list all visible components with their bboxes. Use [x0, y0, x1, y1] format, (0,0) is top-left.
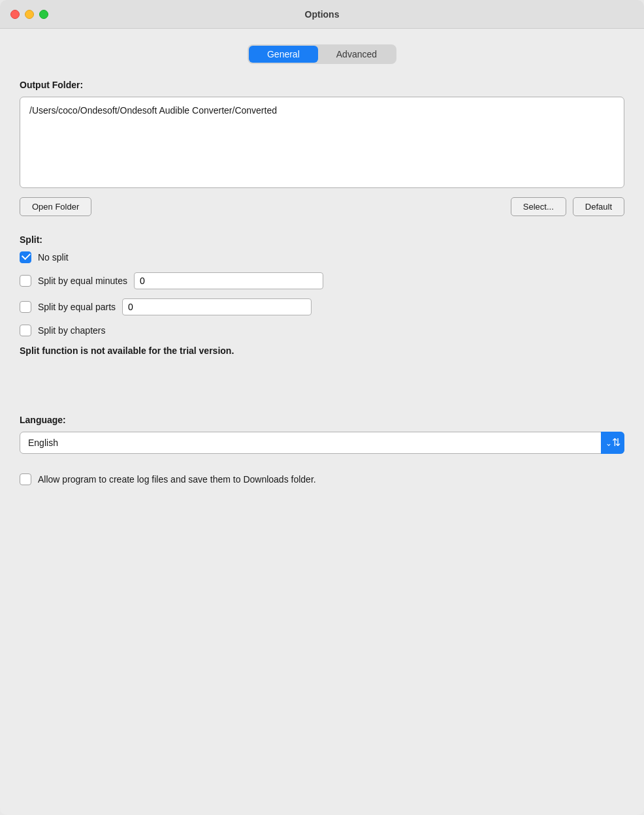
options-window: Options General Advanced Output Folder: …: [0, 0, 644, 815]
minimize-button[interactable]: [25, 10, 34, 19]
split-parts-checkbox[interactable]: [20, 301, 31, 313]
maximize-button[interactable]: [39, 10, 48, 19]
split-chapters-label: Split by chapters: [38, 325, 106, 336]
tab-bar: General Advanced: [20, 44, 624, 64]
split-minutes-label: Split by equal minutes: [38, 276, 127, 286]
language-select[interactable]: English Chinese French German Spanish Ja…: [20, 432, 624, 454]
log-files-option: Allow program to create log files and sa…: [20, 473, 624, 485]
log-files-checkbox[interactable]: [20, 473, 31, 485]
split-chapters-option: Split by chapters: [20, 325, 624, 336]
select-button[interactable]: Select...: [511, 197, 566, 216]
close-button[interactable]: [10, 10, 20, 19]
title-bar: Options: [0, 0, 644, 29]
traffic-lights: [10, 10, 48, 19]
split-minutes-option: Split by equal minutes: [20, 272, 624, 289]
window-title: Options: [305, 9, 340, 20]
folder-button-row: Open Folder Select... Default: [20, 197, 624, 216]
log-files-label: Allow program to create log files and sa…: [38, 474, 316, 485]
output-folder-label: Output Folder:: [20, 80, 624, 90]
tab-general[interactable]: General: [249, 46, 318, 63]
no-split-checkbox[interactable]: [20, 251, 31, 263]
split-parts-label: Split by equal parts: [38, 302, 116, 312]
no-split-label: No split: [38, 252, 69, 263]
default-button[interactable]: Default: [573, 197, 624, 216]
no-split-option: No split: [20, 251, 624, 263]
split-parts-input[interactable]: [122, 298, 312, 315]
content-area: General Advanced Output Folder: Open Fol…: [0, 29, 644, 505]
output-folder-path[interactable]: [20, 97, 624, 188]
split-chapters-checkbox[interactable]: [20, 325, 31, 336]
language-label: Language:: [20, 415, 624, 425]
open-folder-button[interactable]: Open Folder: [20, 197, 91, 216]
tab-advanced[interactable]: Advanced: [318, 46, 395, 63]
split-parts-option: Split by equal parts: [20, 298, 624, 315]
language-section: Language: English Chinese French German …: [20, 415, 624, 467]
split-minutes-input[interactable]: [134, 272, 323, 289]
language-select-wrapper: English Chinese French German Spanish Ja…: [20, 432, 624, 454]
tab-container: General Advanced: [248, 44, 396, 64]
split-label: Split:: [20, 234, 624, 245]
split-trial-note: Split function is not available for the …: [20, 345, 624, 356]
split-section: Split: No split Split by equal minutes S…: [20, 234, 624, 376]
split-minutes-checkbox[interactable]: [20, 275, 31, 287]
output-folder-section: Output Folder: Open Folder Select... Def…: [20, 80, 624, 234]
right-buttons-group: Select... Default: [511, 197, 624, 216]
